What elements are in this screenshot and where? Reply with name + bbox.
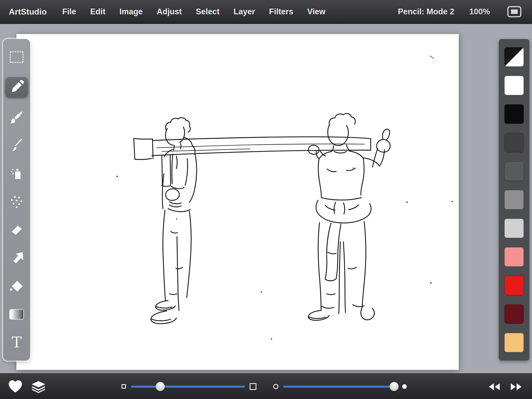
menu-view[interactable]: View	[307, 7, 325, 16]
drawing-canvas[interactable]	[16, 34, 459, 370]
size-max-icon	[250, 383, 256, 390]
tool-paintbrush[interactable]	[8, 109, 25, 126]
size-slider-track[interactable]	[131, 385, 245, 388]
tool-status-label: Pencil: Mode 2	[398, 7, 454, 16]
swatch-default-colors[interactable]	[504, 47, 524, 66]
favorites-button[interactable]	[8, 379, 23, 394]
fast-forward-icon	[509, 382, 523, 391]
brush-size-slider	[122, 374, 262, 399]
paintbrush-icon	[9, 110, 24, 125]
marquee-icon	[10, 51, 23, 63]
arrow-icon	[9, 251, 24, 265]
opacity-slider	[273, 374, 414, 399]
swatch-red[interactable]	[504, 276, 524, 295]
tool-eraser[interactable]	[8, 222, 25, 238]
dots-pattern-icon	[9, 195, 24, 209]
opacity-min-icon	[273, 384, 278, 389]
redo-button[interactable]	[509, 382, 523, 392]
menu-layer[interactable]: Layer	[234, 7, 255, 16]
opacity-slider-thumb[interactable]	[389, 382, 398, 391]
tool-arrow[interactable]	[8, 250, 25, 266]
paint-bucket-icon	[9, 279, 24, 294]
color-palette	[499, 39, 529, 361]
gradient-icon	[10, 310, 23, 319]
tool-select-marquee[interactable]	[8, 49, 25, 65]
rewind-icon	[488, 382, 501, 391]
swatch-dark-gray[interactable]	[504, 133, 524, 152]
left-figure	[151, 118, 197, 324]
swatch-salmon[interactable]	[504, 247, 524, 267]
opacity-max-icon	[402, 384, 407, 389]
tool-brush[interactable]	[8, 137, 25, 154]
menu-select[interactable]: Select	[196, 7, 220, 16]
tool-pencil[interactable]	[5, 77, 28, 98]
undo-button[interactable]	[488, 382, 501, 392]
menu-filters[interactable]: Filters	[269, 7, 293, 16]
swatch-mid-gray[interactable]	[504, 190, 524, 209]
tool-text[interactable]: T	[8, 334, 25, 351]
bottom-bar	[0, 373, 532, 399]
swatch-light-gray[interactable]	[504, 219, 524, 238]
heart-icon	[8, 379, 23, 393]
menu-file[interactable]: File	[62, 7, 76, 16]
opacity-slider-track[interactable]	[283, 385, 397, 388]
zoom-level-label: 100%	[469, 7, 490, 16]
tool-fill[interactable]	[8, 278, 25, 295]
menu-image[interactable]: Image	[119, 7, 143, 16]
app-title[interactable]: ArtStudio	[9, 7, 47, 17]
eraser-icon	[9, 223, 24, 237]
right-figure	[308, 114, 390, 320]
layers-button[interactable]	[30, 380, 47, 394]
layers-icon	[30, 380, 47, 393]
tool-smudge[interactable]	[8, 194, 25, 210]
size-min-icon	[122, 384, 126, 389]
swatch-black[interactable]	[504, 104, 524, 124]
spray-can-icon	[9, 167, 24, 181]
swatch-maroon[interactable]	[504, 304, 524, 324]
swatch-gray[interactable]	[504, 162, 524, 181]
tool-gradient[interactable]	[8, 306, 25, 323]
artstudio-app: ArtStudio File Edit Image Adjust Select …	[0, 0, 532, 399]
menu-edit[interactable]: Edit	[90, 7, 105, 16]
tool-panel: T	[3, 39, 30, 361]
swatch-peach[interactable]	[504, 333, 524, 352]
brush-icon	[9, 138, 24, 153]
pencil-icon	[9, 80, 24, 95]
menu-bar: ArtStudio File Edit Image Adjust Select …	[0, 0, 532, 24]
canvas-drawing	[16, 34, 459, 370]
size-slider-thumb[interactable]	[156, 382, 165, 391]
swatch-white[interactable]	[504, 76, 524, 95]
fullscreen-icon[interactable]	[507, 6, 522, 18]
text-tool-icon: T	[12, 335, 22, 350]
tool-spray[interactable]	[8, 165, 25, 182]
menu-adjust[interactable]: Adjust	[157, 7, 182, 16]
plank	[134, 137, 371, 159]
